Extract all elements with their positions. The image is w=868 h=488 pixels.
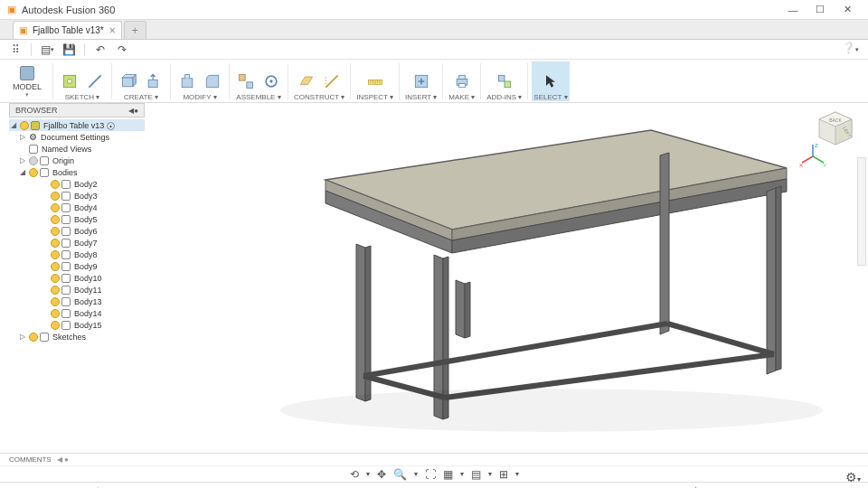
tree-arrow-icon[interactable]: ▷	[18, 156, 27, 164]
visibility-bulb-icon[interactable]	[51, 227, 60, 236]
visibility-bulb-icon[interactable]	[51, 321, 60, 330]
help-icon[interactable]: ❔▾	[842, 42, 859, 54]
tree-row[interactable]: Body8	[9, 249, 145, 260]
svg-rect-24	[458, 75, 465, 79]
select-icon[interactable]	[540, 70, 561, 92]
tree-arrow-icon[interactable]: ▷	[18, 133, 27, 141]
insert-icon[interactable]	[410, 70, 432, 92]
browser-header[interactable]: BROWSER ◀●	[9, 103, 145, 117]
fit-icon[interactable]: ⛶	[425, 468, 436, 481]
visibility-bulb-icon[interactable]	[51, 250, 60, 259]
tree-row[interactable]: Body11	[9, 284, 145, 296]
viewport-canvas[interactable]	[154, 103, 850, 446]
browser-collapse-icon[interactable]: ◀●	[128, 107, 138, 115]
toolbar-group-sketch[interactable]: SKETCH ▾	[57, 61, 108, 101]
toolbar-group-modify[interactable]: MODIFY ▾	[175, 61, 225, 101]
tree-row[interactable]: ◢Bodies	[9, 166, 145, 178]
visibility-bulb-icon[interactable]	[51, 286, 60, 295]
maximize-button[interactable]: ☐	[807, 1, 834, 19]
tree-row[interactable]: Body14	[9, 307, 145, 319]
axis-icon[interactable]	[321, 70, 343, 92]
visibility-bulb-icon[interactable]	[51, 239, 60, 248]
visibility-bulb-icon[interactable]	[51, 274, 60, 283]
tree-row[interactable]: ▷Origin	[9, 155, 145, 166]
grid-icon[interactable]: ▤	[471, 468, 481, 481]
visibility-bulb-icon[interactable]	[29, 156, 38, 165]
svg-point-12	[269, 80, 272, 82]
tab-close-icon[interactable]: ×	[109, 24, 116, 37]
toolbar-group-inspect[interactable]: INSPECT ▾	[354, 61, 395, 101]
viewport-icon[interactable]: ⊞	[499, 468, 508, 481]
box-icon[interactable]	[118, 70, 139, 92]
toolbar-group-assemble[interactable]: ASSEMBLE ▾	[233, 61, 284, 101]
toolbar-group-insert[interactable]: INSERT ▾	[403, 61, 439, 101]
timeline-settings-icon[interactable]: ⚙▾	[845, 470, 861, 484]
tree-row[interactable]: Body10	[9, 272, 145, 284]
comments-bar[interactable]: COMMENTS ◀ ●	[0, 453, 868, 465]
visibility-bulb-icon[interactable]	[51, 297, 60, 306]
tree-row[interactable]: Body5	[9, 213, 145, 225]
toolbar-group-make[interactable]: MAKE ▾	[447, 61, 476, 101]
display-icon[interactable]: ▦	[443, 468, 453, 481]
grid-menu-icon[interactable]: ⠿	[7, 42, 24, 58]
workspace-switcher[interactable]: MODEL ▾	[5, 63, 49, 99]
body-icon	[61, 203, 71, 212]
tree-arrow-icon[interactable]: ◢	[18, 168, 27, 176]
tree-row[interactable]: Body7	[9, 237, 145, 249]
save-icon[interactable]: 💾	[61, 42, 77, 58]
tree-row[interactable]: ◢Fjallbo Table v13 •	[9, 119, 145, 131]
tree-row[interactable]: Body3	[9, 190, 145, 202]
measure-icon[interactable]	[364, 70, 386, 92]
minimize-button[interactable]: —	[779, 1, 807, 19]
tree-row[interactable]: Named Views	[9, 143, 145, 155]
svg-rect-26	[498, 75, 505, 81]
toolbar-group-construct[interactable]: CONSTRUCT ▾	[292, 61, 346, 101]
toolbar-group-addins[interactable]: ADD-INS ▾	[485, 61, 524, 101]
visibility-bulb-icon[interactable]	[51, 262, 60, 271]
tree-arrow-icon[interactable]: ◢	[9, 121, 18, 129]
print-icon[interactable]	[451, 70, 473, 92]
tree-arrow-icon[interactable]: ▷	[18, 333, 27, 341]
svg-marker-13	[300, 77, 312, 84]
tree-row[interactable]: Body13	[9, 296, 145, 307]
orbit-icon[interactable]: ⟲	[350, 468, 359, 481]
close-button[interactable]: ✕	[834, 1, 861, 19]
view-ruler[interactable]	[857, 157, 866, 266]
visibility-bulb-icon[interactable]	[51, 215, 60, 224]
toolbar-group-select[interactable]: SELECT ▾	[532, 61, 569, 101]
addin-icon[interactable]	[494, 70, 515, 92]
visibility-bulb-icon[interactable]	[29, 333, 38, 342]
redo-icon[interactable]: ↷	[114, 42, 130, 58]
visibility-bulb-icon[interactable]	[51, 192, 60, 201]
sketch-line-icon[interactable]	[84, 70, 106, 92]
toolbar-group-create[interactable]: CREATE ▾	[116, 61, 166, 101]
presspull-icon[interactable]	[176, 70, 198, 92]
pan-icon[interactable]: ✥	[377, 468, 386, 481]
tree-row[interactable]: Body2	[9, 178, 145, 190]
component-icon[interactable]	[235, 70, 257, 92]
tree-row[interactable]: ▷⚙Document Settings	[9, 131, 145, 143]
tree-row[interactable]: ▷Sketches	[9, 331, 145, 343]
visibility-bulb-icon[interactable]	[51, 180, 60, 189]
sketch-create-icon[interactable]	[59, 70, 80, 92]
undo-icon[interactable]: ↶	[92, 42, 108, 58]
plane-icon[interactable]	[296, 70, 317, 92]
file-icon[interactable]: ▤▾	[39, 42, 55, 58]
svg-text:Y: Y	[823, 163, 826, 168]
visibility-bulb-icon[interactable]	[20, 121, 29, 130]
svg-point-2	[68, 79, 72, 83]
tree-row[interactable]: Body4	[9, 202, 145, 213]
visibility-bulb-icon[interactable]	[51, 309, 60, 318]
document-tab[interactable]: ▣ Fjallbo Table v13* ×	[13, 21, 122, 39]
tree-row[interactable]: Body6	[9, 225, 145, 237]
visibility-bulb-icon[interactable]	[51, 203, 60, 212]
joint-icon[interactable]	[260, 70, 282, 92]
tree-row[interactable]: Body9	[9, 260, 145, 272]
tree-row[interactable]: Body15	[9, 319, 145, 331]
extrude-icon[interactable]	[143, 70, 165, 92]
body-icon	[61, 286, 71, 295]
new-tab-button[interactable]: +	[124, 21, 146, 39]
fillet-icon[interactable]	[202, 70, 223, 92]
visibility-bulb-icon[interactable]	[29, 168, 38, 177]
zoom-icon[interactable]: 🔍	[393, 468, 407, 481]
